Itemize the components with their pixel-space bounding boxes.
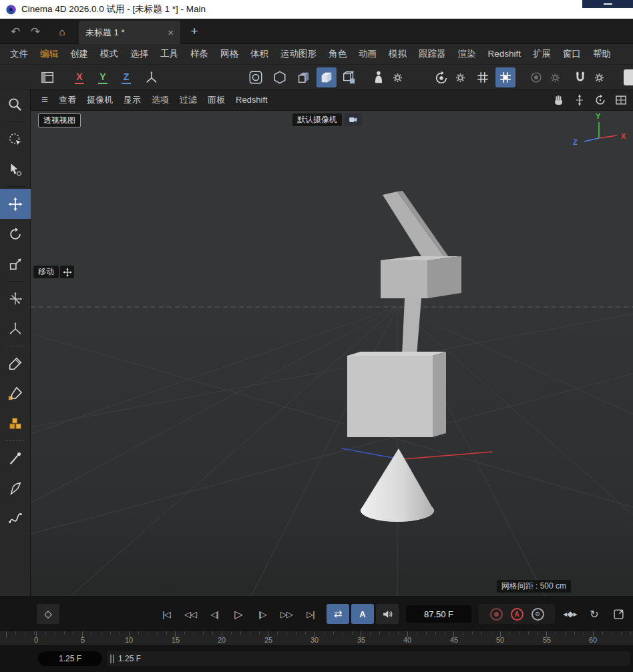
brush-tool-button[interactable] — [0, 443, 31, 473]
next-key-button[interactable]: ▷▷ — [276, 604, 297, 624]
menu-item-tracker[interactable]: 跟踪器 — [413, 44, 452, 64]
menu-item-redshift[interactable]: Redshift — [482, 44, 528, 64]
timeline-ruler[interactable]: 0 5 10 15 20 25 30 35 40 45 50 55 60 — [0, 631, 633, 646]
menu-item-mesh[interactable]: 网格 — [214, 44, 244, 64]
object-hierarchy-button[interactable] — [339, 67, 359, 87]
keying-settings-button[interactable]: ⚙ — [532, 608, 544, 621]
clipped-toolbar-icon[interactable] — [624, 69, 633, 85]
outline-pen-tool-button[interactable] — [0, 473, 31, 503]
expand-timeline-button[interactable] — [608, 604, 629, 624]
key-navigation-button[interactable]: ◂◆▸ — [560, 604, 581, 624]
zoom-view-button[interactable] — [572, 92, 588, 108]
document-tab[interactable]: 未标题 1 * × — [79, 21, 180, 44]
selection-settings-tool-button[interactable] — [0, 154, 31, 184]
simulation-tool-button[interactable] — [431, 67, 451, 87]
loop-playback-button[interactable]: ⇄ — [327, 604, 349, 624]
new-document-button[interactable]: + — [186, 23, 203, 40]
pen-mode-tool-button[interactable] — [0, 378, 31, 408]
menu-item-render[interactable]: 渲染 — [452, 44, 482, 64]
menu-item-select[interactable]: 选择 — [124, 44, 154, 64]
menu-item-character[interactable]: 角色 — [323, 44, 353, 64]
character-tool-button[interactable] — [369, 67, 389, 87]
model-cube[interactable] — [347, 352, 446, 437]
character-settings-button[interactable] — [389, 67, 405, 87]
toggle-view-button[interactable] — [613, 92, 629, 108]
cycle-mode-button[interactable]: ↻ — [584, 604, 605, 624]
previous-frame-button[interactable]: ◁| — [204, 604, 225, 624]
primitive-cubes-tool-button[interactable] — [0, 408, 31, 438]
record-button[interactable] — [490, 608, 503, 621]
lock-z-axis-button[interactable]: Z — [116, 67, 136, 87]
zoom-tool-button[interactable] — [0, 89, 31, 119]
menu-item-animate[interactable]: 动画 — [353, 44, 383, 64]
rotate-tool-button[interactable] — [0, 219, 31, 249]
render-settings-button[interactable] — [547, 67, 563, 87]
spline-pen-tool-button[interactable] — [0, 503, 31, 533]
snap-toggle-button[interactable] — [495, 67, 515, 87]
perspective-viewport[interactable]: Y X Z 透视视图 默认摄像机 移动 网格间距 : 500 cm — [31, 111, 633, 596]
menu-item-tools[interactable]: 工具 — [154, 44, 184, 64]
go-to-start-button[interactable]: |◁ — [156, 604, 177, 624]
live-selection-tool-button[interactable] — [0, 124, 31, 154]
pan-view-button[interactable] — [551, 92, 567, 108]
menu-item-file[interactable]: 文件 — [4, 44, 34, 64]
vp-menu-display[interactable]: 显示 — [118, 89, 146, 111]
menu-item-volume[interactable]: 体积 — [244, 44, 274, 64]
sound-button[interactable] — [376, 604, 399, 624]
range-slider[interactable]: 1.25 F — [107, 651, 630, 666]
coordinate-system-button[interactable] — [142, 67, 162, 87]
autokey-record-button[interactable]: A — [511, 608, 523, 621]
camera-select-button[interactable] — [345, 113, 362, 126]
simulation-settings-button[interactable] — [452, 67, 468, 87]
transform-tool-button[interactable] — [0, 284, 31, 314]
rotate-view-button[interactable] — [592, 92, 608, 108]
model-mode-button[interactable] — [316, 67, 337, 87]
move-tool-button[interactable] — [0, 189, 31, 219]
next-frame-button[interactable]: |▷ — [252, 604, 273, 624]
vp-menu-filter[interactable]: 过滤 — [174, 89, 202, 111]
menu-item-extensions[interactable]: 扩展 — [527, 44, 557, 64]
grid-toggle-button[interactable] — [473, 67, 493, 87]
go-to-end-button[interactable]: ▷| — [300, 604, 321, 624]
polygon-primitive-button[interactable] — [270, 67, 290, 87]
range-start-field[interactable]: 1.25 F — [38, 651, 102, 666]
menu-item-window[interactable]: 窗口 — [557, 44, 587, 64]
vp-menu-redshift[interactable]: Redshift — [230, 89, 273, 111]
manager-panel-button[interactable] — [37, 67, 57, 87]
menu-item-mograph[interactable]: 运动图形 — [274, 44, 323, 64]
current-frame-field[interactable]: 87.50 F — [406, 605, 471, 623]
range-grip-icon[interactable] — [110, 655, 114, 663]
menu-item-simulate[interactable]: 模拟 — [383, 44, 413, 64]
sculpt-pen-tool-button[interactable] — [0, 348, 31, 378]
viewport-menu-button[interactable]: ≡ — [36, 91, 53, 109]
magnet-settings-button[interactable] — [591, 67, 607, 87]
vp-menu-panel[interactable]: 面板 — [202, 89, 230, 111]
render-view-button[interactable] — [526, 67, 546, 87]
vp-menu-view[interactable]: 查看 — [53, 89, 81, 111]
camera-label-chip[interactable]: 默认摄像机 — [292, 113, 342, 126]
spline-primitive-button[interactable] — [246, 67, 266, 87]
scale-tool-button[interactable] — [0, 249, 31, 279]
magnet-snap-button[interactable] — [570, 67, 590, 87]
axis-mode-tool-button[interactable] — [0, 314, 31, 344]
menu-item-mode[interactable]: 模式 — [94, 44, 124, 64]
autokey-button[interactable]: A — [351, 604, 374, 624]
menu-item-spline[interactable]: 样条 — [184, 44, 214, 64]
vp-menu-options[interactable]: 选项 — [146, 89, 174, 111]
close-tab-icon[interactable]: × — [168, 27, 174, 38]
undo-button[interactable]: ↶ — [7, 23, 24, 40]
redo-button[interactable]: ↷ — [27, 23, 44, 40]
menu-item-help[interactable]: 帮助 — [587, 44, 617, 64]
menu-item-edit[interactable]: 编辑 — [34, 44, 64, 64]
home-layout-button[interactable]: ⌂ — [53, 23, 71, 40]
play-button[interactable]: ▷ — [228, 604, 249, 624]
lock-x-axis-button[interactable]: X — [69, 67, 89, 87]
window-control-fragment[interactable] — [582, 0, 633, 8]
view-label-chip[interactable]: 透视视图 — [38, 113, 81, 127]
menu-item-create[interactable]: 创建 — [64, 44, 94, 64]
vp-menu-cameras[interactable]: 摄像机 — [81, 89, 118, 111]
cube-primitive-button[interactable] — [294, 67, 314, 87]
previous-key-button[interactable]: ◁◁ — [180, 604, 201, 624]
lock-y-axis-button[interactable]: Y — [93, 67, 113, 87]
model-upper-box[interactable] — [381, 256, 461, 298]
